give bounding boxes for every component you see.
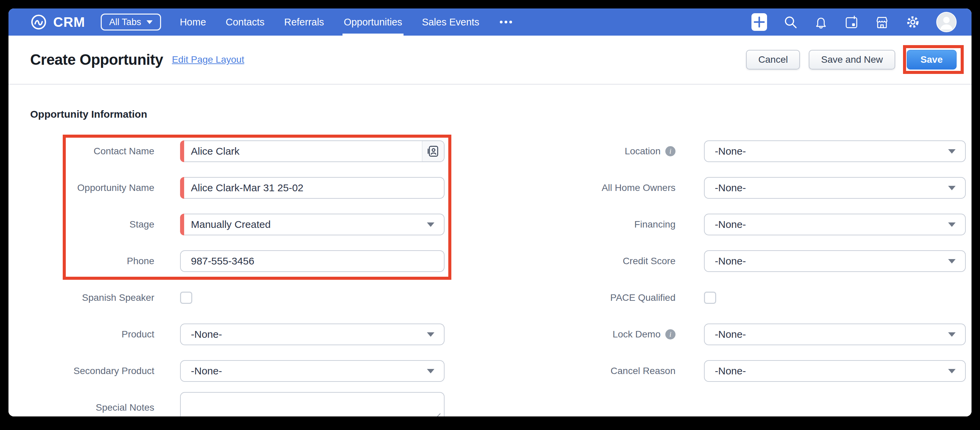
edit-page-layout-link[interactable]: Edit Page Layout: [172, 54, 244, 65]
marketplace-icon[interactable]: [875, 14, 889, 30]
field-value: 987-555-3456: [191, 255, 255, 267]
field-label: Credit Score: [517, 256, 676, 266]
spanish-speaker-checkbox[interactable]: [180, 291, 192, 304]
save-button[interactable]: Save: [907, 50, 956, 70]
product-label: Product: [122, 329, 154, 340]
field-value: -None-: [715, 182, 746, 194]
field-value: -None-: [715, 365, 746, 377]
search-icon[interactable]: [783, 14, 798, 30]
all-home-owners-select[interactable]: -None-: [704, 177, 966, 199]
field-value: Alice Clark-Mar 31 25-02: [191, 182, 304, 194]
field-label: Financing: [517, 219, 676, 230]
spanish-speaker-label: Spanish Speaker: [82, 292, 154, 303]
avatar[interactable]: [936, 12, 956, 32]
field-label: Contact Name: [8, 146, 154, 157]
page-header: Create Opportunity Edit Page Layout Canc…: [8, 36, 972, 85]
info-icon[interactable]: i: [665, 146, 676, 156]
lock-demo-select[interactable]: -None-: [704, 323, 966, 345]
field-row-product: Product-None-: [8, 316, 445, 353]
field-label: PACE Qualified: [517, 292, 676, 303]
save-and-new-button[interactable]: Save and New: [809, 50, 895, 70]
financing-label: Financing: [635, 219, 676, 230]
secondary-product-label: Secondary Product: [73, 366, 154, 376]
phone-input[interactable]: 987-555-3456: [180, 250, 445, 272]
field-row-contact-name: Contact NameAlice Clark: [8, 133, 445, 170]
nav-tab-contacts[interactable]: Contacts: [226, 8, 264, 36]
contact-name-input[interactable]: Alice Clark: [180, 140, 445, 162]
secondary-product-select[interactable]: -None-: [180, 360, 445, 382]
field-row-location: Locationi-None-: [517, 133, 972, 170]
chevron-down-icon: [427, 332, 434, 337]
chevron-down-icon: [948, 259, 956, 263]
stage-select[interactable]: Manually Created: [180, 213, 445, 235]
field-label: Locationi: [517, 146, 676, 157]
form-column-left: Contact NameAlice ClarkOpportunity NameA…: [8, 133, 445, 416]
opportunity-name-input[interactable]: Alice Clark-Mar 31 25-02: [180, 177, 445, 199]
field-label: Special Notes: [8, 402, 154, 413]
field-row-financing: Financing-None-: [517, 206, 972, 243]
form-column-right: Locationi-None-All Home Owners-None-Fina…: [517, 133, 972, 416]
field-row-all-home-owners: All Home Owners-None-: [517, 170, 972, 206]
field-label: Phone: [8, 256, 154, 266]
calendar-icon[interactable]: [844, 14, 859, 30]
product-select[interactable]: -None-: [180, 323, 445, 345]
field-value: -None-: [715, 145, 746, 157]
special-notes-textarea[interactable]: [180, 392, 445, 416]
financing-select[interactable]: -None-: [704, 213, 966, 235]
chevron-down-icon: [948, 369, 956, 373]
credit-score-select[interactable]: -None-: [704, 250, 966, 272]
chevron-down-icon: [948, 223, 956, 227]
credit-score-label: Credit Score: [623, 256, 676, 266]
field-label: Stage: [8, 219, 154, 230]
field-row-phone: Phone987-555-3456: [8, 243, 445, 279]
field-label: Lock Demoi: [517, 329, 676, 340]
resize-handle-icon[interactable]: [433, 412, 441, 416]
field-row-stage: StageManually Created: [8, 206, 445, 243]
pace-qualified-checkbox[interactable]: [704, 291, 716, 304]
field-value: Manually Created: [191, 219, 270, 230]
nav-tabs: HomeContactsReferralsOpportunitiesSales …: [170, 8, 489, 36]
field-value: -None-: [715, 255, 746, 267]
add-icon[interactable]: [751, 13, 767, 31]
lock-demo-label: Lock Demo: [612, 329, 660, 340]
page-title: Create Opportunity: [30, 51, 163, 68]
nav-tab-home[interactable]: Home: [180, 8, 206, 36]
phone-label: Phone: [127, 256, 154, 266]
bell-icon[interactable]: [813, 14, 829, 30]
field-value: -None-: [191, 365, 222, 377]
pace-qualified-label: PACE Qualified: [610, 292, 676, 303]
more-tabs-button[interactable]: [498, 19, 514, 25]
chevron-down-icon: [427, 369, 434, 373]
all-tabs-label: All Tabs: [109, 17, 141, 27]
nav-tab-referrals[interactable]: Referrals: [284, 8, 324, 36]
field-row-cancel-reason: Cancel Reason-None-: [517, 353, 972, 389]
field-row-secondary-product: Secondary Product-None-: [8, 353, 445, 389]
field-row-spanish-speaker: Spanish Speaker: [8, 279, 445, 316]
field-label: All Home Owners: [517, 182, 676, 193]
crm-logo-icon: [30, 14, 47, 30]
info-icon[interactable]: i: [665, 329, 676, 339]
field-value: Alice Clark: [191, 145, 239, 157]
top-navbar: CRM All Tabs HomeContactsReferralsOpport…: [8, 8, 972, 36]
nav-tab-sales-events[interactable]: Sales Events: [422, 8, 479, 36]
stage-label: Stage: [129, 219, 154, 230]
contact-name-label: Contact Name: [94, 146, 154, 157]
section-title: Opportunity Information: [30, 108, 972, 120]
field-label: Spanish Speaker: [8, 292, 154, 303]
chevron-down-icon: [948, 186, 956, 190]
all-home-owners-label: All Home Owners: [601, 182, 676, 193]
chevron-down-icon: [948, 332, 956, 337]
contact-card-icon[interactable]: [422, 141, 444, 161]
all-tabs-dropdown[interactable]: All Tabs: [101, 14, 161, 30]
field-row-lock-demo: Lock Demoi-None-: [517, 316, 972, 353]
location-select[interactable]: -None-: [704, 140, 966, 162]
field-row-credit-score: Credit Score-None-: [517, 243, 972, 279]
nav-tab-opportunities[interactable]: Opportunities: [344, 8, 402, 36]
field-row-opportunity-name: Opportunity NameAlice Clark-Mar 31 25-02: [8, 170, 445, 206]
cancel-button[interactable]: Cancel: [746, 50, 800, 70]
opportunity-name-label: Opportunity Name: [77, 182, 154, 193]
field-label: Product: [8, 329, 154, 340]
settings-icon[interactable]: [905, 14, 921, 30]
field-label: Secondary Product: [8, 366, 154, 376]
cancel-reason-select[interactable]: -None-: [704, 360, 966, 382]
